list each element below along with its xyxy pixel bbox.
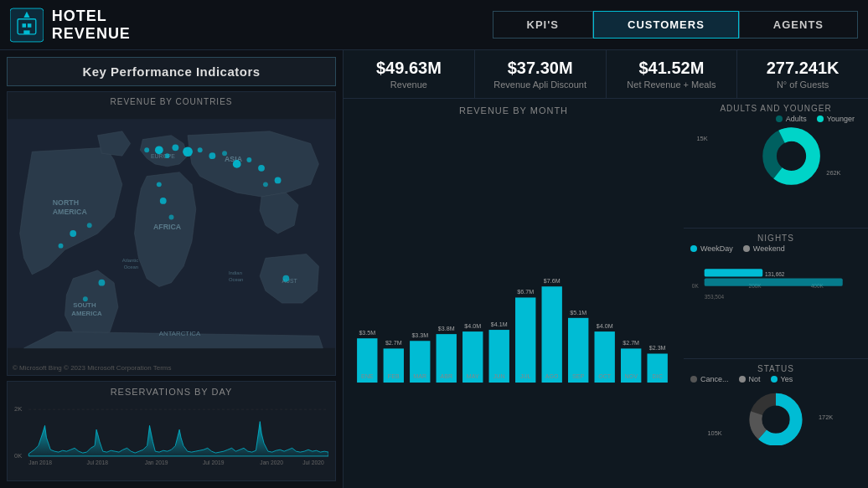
metric-revenue: $49.63M Revenue bbox=[344, 50, 475, 98]
tab-agents[interactable]: AGENTS bbox=[739, 11, 858, 39]
svg-text:SEP: SEP bbox=[572, 373, 584, 380]
younger-dot bbox=[817, 116, 824, 122]
svg-text:15K: 15K bbox=[696, 135, 707, 142]
yes-dot bbox=[771, 376, 778, 383]
status-donut-svg: 105K 172K bbox=[690, 387, 861, 445]
svg-point-35 bbox=[157, 182, 162, 187]
right-panel: $49.63M Revenue $37.30M Revenue Apli Dis… bbox=[344, 50, 868, 488]
nights-chart-title: NIGHTS bbox=[690, 234, 861, 243]
cancel-label: Cance... bbox=[700, 375, 729, 383]
svg-point-26 bbox=[183, 146, 193, 157]
svg-text:AFRICA: AFRICA bbox=[153, 223, 182, 231]
svg-rect-3 bbox=[28, 23, 32, 28]
svg-point-36 bbox=[282, 275, 289, 282]
bar-chart-svg: $3.5M ENE $2.7M FEB $3.3M MAR $3.8M ABR bbox=[352, 119, 675, 468]
adults-legend-row: Adults Younger bbox=[690, 115, 855, 123]
svg-text:Jul 2020: Jul 2020 bbox=[302, 460, 324, 465]
adults-dot bbox=[776, 116, 783, 122]
svg-text:353,504: 353,504 bbox=[705, 294, 725, 300]
svg-text:Ocean: Ocean bbox=[229, 277, 243, 282]
svg-text:Atlantic: Atlantic bbox=[122, 258, 138, 263]
bar-chart-container: REVENUE BY MONTH $3.5M ENE $2.7M FEB $3.… bbox=[344, 99, 684, 488]
reservations-panel: RESERVATIONS BY DAY 2K 0K Jan 2018 Jul 2… bbox=[7, 381, 336, 481]
not-label: Not bbox=[749, 375, 761, 383]
yes-label: Yes bbox=[781, 375, 793, 383]
svg-text:AGO: AGO bbox=[545, 373, 559, 380]
svg-text:$5.1M: $5.1M bbox=[570, 310, 586, 316]
svg-text:$4.1M: $4.1M bbox=[491, 321, 508, 328]
cancel-dot bbox=[690, 376, 697, 383]
status-chart-title: STATUS bbox=[690, 364, 861, 373]
header: HOTEL REVENUE KPI'S CUSTOMERS AGENTS bbox=[0, 0, 868, 50]
not-dot bbox=[739, 376, 746, 383]
svg-rect-4 bbox=[23, 30, 29, 34]
weekday-dot bbox=[690, 245, 697, 252]
svg-point-31 bbox=[246, 157, 251, 162]
status-legend-row: Cance... Not Yes bbox=[690, 375, 861, 383]
nights-legend-weekday: WeekDay bbox=[690, 244, 733, 253]
metric-discount-label: Revenue Apli Discount bbox=[485, 80, 596, 90]
tab-kpis[interactable]: KPI'S bbox=[493, 11, 593, 39]
reservations-chart-svg: 2K 0K Jan 2018 Jul 2018 Jan 2019 Jul 201… bbox=[14, 400, 328, 467]
svg-point-20 bbox=[70, 230, 76, 237]
hotel-logo-icon bbox=[10, 7, 44, 44]
svg-text:Jul 2018: Jul 2018 bbox=[87, 460, 109, 465]
svg-text:$2.7M: $2.7M bbox=[385, 340, 402, 347]
svg-text:JUL: JUL bbox=[520, 373, 531, 380]
svg-text:ANTARCTICA: ANTARCTICA bbox=[159, 330, 201, 337]
adults-chart: ADULTS AND YOUNGER Adults Younger 15K bbox=[684, 99, 868, 229]
svg-text:Ocean: Ocean bbox=[124, 265, 138, 270]
bar-chart-title: REVENUE BY MONTH bbox=[352, 105, 675, 116]
nights-chart-svg: 0K 200K 400K 131,662 353,504 bbox=[690, 256, 861, 311]
adults-donut-svg: 15K 262K bbox=[690, 126, 861, 185]
metric-net-revenue: $41.52M Net Revenue + Meals bbox=[607, 50, 738, 98]
svg-point-38 bbox=[99, 280, 106, 286]
svg-rect-95 bbox=[705, 270, 763, 277]
svg-point-23 bbox=[155, 146, 163, 154]
svg-text:DIC: DIC bbox=[653, 373, 663, 380]
adults-label: Adults bbox=[786, 115, 807, 123]
metric-discount-value: $37.30M bbox=[485, 59, 596, 78]
nav-tabs: KPI'S CUSTOMERS AGENTS bbox=[493, 11, 858, 39]
metric-net-revenue-label: Net Revenue + Meals bbox=[617, 80, 727, 90]
svg-text:ABR: ABR bbox=[440, 373, 452, 380]
svg-point-22 bbox=[87, 223, 92, 228]
nights-chart: NIGHTS WeekDay Weekend 0K bbox=[684, 229, 868, 358]
svg-text:MAR: MAR bbox=[413, 373, 426, 380]
svg-text:0K: 0K bbox=[692, 283, 700, 289]
svg-text:NORTH: NORTH bbox=[53, 198, 79, 207]
app-title: HOTEL REVENUE bbox=[52, 8, 178, 43]
svg-text:SOUTH: SOUTH bbox=[73, 301, 96, 309]
svg-text:Jan 2019: Jan 2019 bbox=[145, 460, 168, 465]
svg-text:AMERICA: AMERICA bbox=[71, 310, 102, 317]
svg-text:AMERICA: AMERICA bbox=[53, 208, 88, 216]
status-legend-not: Not bbox=[739, 375, 761, 383]
svg-text:JUN: JUN bbox=[493, 373, 505, 380]
metric-discount: $37.30M Revenue Apli Discount bbox=[475, 50, 607, 98]
status-chart: STATUS Cance... Not Yes bbox=[684, 359, 868, 488]
tab-customers[interactable]: CUSTOMERS bbox=[593, 11, 739, 39]
svg-point-37 bbox=[83, 296, 88, 301]
weekday-label: WeekDay bbox=[700, 244, 733, 253]
weekend-dot bbox=[743, 245, 750, 252]
reservations-title: RESERVATIONS BY DAY bbox=[14, 387, 328, 397]
kpi-title: Key Performance Indicators bbox=[7, 57, 336, 86]
status-legend-yes: Yes bbox=[771, 375, 793, 383]
svg-text:NOV: NOV bbox=[624, 373, 638, 380]
svg-text:$4.0M: $4.0M bbox=[464, 323, 481, 330]
svg-text:$2.7M: $2.7M bbox=[623, 340, 639, 347]
younger-label: Younger bbox=[827, 115, 855, 123]
weekend-label: Weekend bbox=[753, 244, 785, 253]
svg-rect-2 bbox=[22, 23, 26, 28]
svg-text:131,662: 131,662 bbox=[765, 271, 785, 277]
metric-revenue-value: $49.63M bbox=[354, 59, 464, 78]
svg-point-24 bbox=[165, 153, 170, 158]
logo-area: HOTEL REVENUE bbox=[10, 7, 178, 44]
status-legend-cancel: Cance... bbox=[690, 375, 729, 383]
svg-text:$2.3M: $2.3M bbox=[649, 345, 666, 352]
svg-point-28 bbox=[209, 152, 215, 159]
svg-text:ENE: ENE bbox=[361, 373, 374, 380]
svg-point-40 bbox=[275, 177, 282, 184]
svg-text:$3.3M: $3.3M bbox=[411, 332, 428, 339]
svg-point-27 bbox=[198, 147, 203, 152]
